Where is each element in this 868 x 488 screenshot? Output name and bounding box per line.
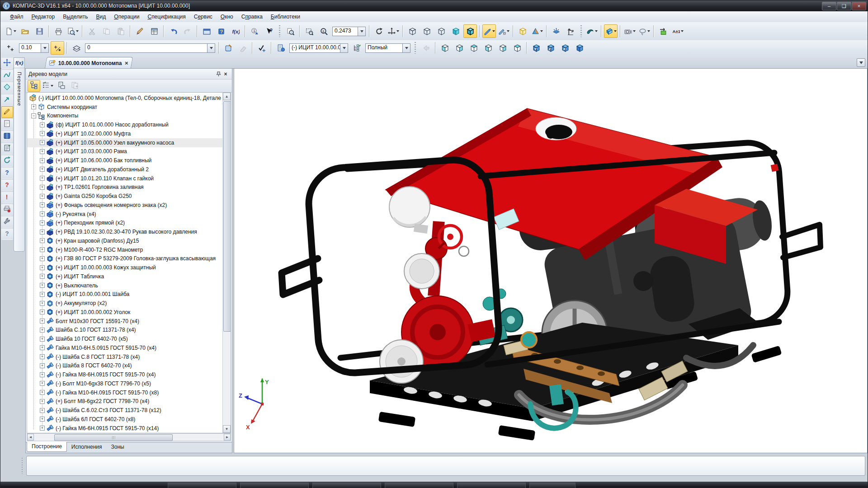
tree-row-2[interactable]: +Системы координат [27, 103, 223, 112]
tree-row-13[interactable]: +(+) Фонарь освещения номерного знака (x… [27, 201, 223, 210]
previous-view-button[interactable] [419, 41, 433, 55]
tree-row-29[interactable]: +Гайка М10-6Н.5.0915 ГОСТ 5915-70 (x4) [27, 343, 223, 352]
chevron-down-icon[interactable] [76, 30, 79, 32]
tree-row-14[interactable]: +(-) Рукоятка (x4) [27, 210, 223, 219]
tree-row-12[interactable]: +(+) Gainta G250 Коробка G250 [27, 192, 223, 201]
scroll-right-icon[interactable]: ► [224, 434, 231, 441]
zoom-fit-button[interactable] [283, 24, 297, 38]
tree-row-31[interactable]: +(-) Шайба 8 ГОСТ 6402-70 (x4) [27, 361, 223, 371]
tree-expander-icon[interactable]: + [40, 230, 45, 235]
tree-expander-icon[interactable]: + [40, 292, 45, 297]
tree-row-17[interactable]: +(+) Кран шаровой (Danfoss) Ду15 [27, 236, 223, 245]
chevron-down-icon[interactable] [647, 30, 650, 32]
tree-expander-icon[interactable]: + [40, 149, 45, 154]
taskbar-button[interactable] [168, 483, 236, 488]
compact-sheet[interactable] [1, 118, 13, 130]
print-button[interactable] [52, 24, 65, 38]
tree-reports-button[interactable] [68, 80, 81, 92]
tree-expander-icon[interactable]: + [40, 328, 45, 333]
tree-expander-icon[interactable]: + [31, 104, 36, 109]
compact-spatial-curves[interactable] [1, 70, 13, 81]
document-tab[interactable]: 10.00.00.000 Мотопомпа × [45, 57, 133, 69]
scroll-down-icon[interactable]: ▼ [223, 425, 231, 433]
layers-button[interactable] [70, 41, 83, 55]
tree-row-6[interactable]: +(+) ИЦИТ 10.05.00.000 Узел вакуумного н… [27, 138, 223, 147]
property-bar-grip[interactable] [22, 458, 24, 474]
tree-expander-icon[interactable]: + [40, 238, 45, 243]
properties-button[interactable] [147, 24, 161, 38]
tree-expander-icon[interactable]: + [40, 301, 45, 306]
tree-expander-icon[interactable]: + [40, 372, 45, 377]
menu-7[interactable]: Сервис [190, 12, 217, 21]
tree-expander-icon[interactable]: + [40, 131, 45, 136]
taskbar-button[interactable] [312, 483, 381, 488]
chevron-down-icon[interactable] [51, 85, 53, 87]
tree-row-27[interactable]: +Шайба С.10 ГОСТ 11371-78 (x4) [27, 326, 223, 335]
model-viewport[interactable]: Y Z X [234, 68, 868, 453]
toolbar-drag-handle[interactable] [278, 25, 282, 37]
sketch-button[interactable] [222, 41, 235, 55]
tree-row-22[interactable]: +(+) Выключатель [27, 281, 223, 290]
select-loop-button[interactable] [637, 24, 651, 38]
menu-5[interactable]: Операции [110, 12, 143, 21]
tree-expander-icon[interactable]: + [40, 345, 45, 350]
undo-button[interactable] [166, 24, 180, 38]
variables-fx-button[interactable]: f(x) [229, 24, 242, 38]
copy-button[interactable] [99, 24, 113, 38]
new-document-button[interactable] [4, 24, 17, 38]
chevron-down-icon[interactable] [595, 30, 598, 32]
tree-row-36[interactable]: +(-) Шайба С.6.02.Ст3 ГОСТ 11371-78 (x12… [27, 406, 223, 415]
isometry-zxy-button[interactable]: X [558, 41, 572, 55]
tree-expander-icon[interactable]: + [40, 310, 45, 314]
compact-edit-part[interactable] [1, 57, 13, 69]
tree-expander-icon[interactable]: + [40, 283, 45, 288]
tree-tab-1[interactable]: Построение [27, 442, 67, 452]
tree-row-3[interactable]: −Компоненты [27, 112, 223, 121]
menu-3[interactable]: Выделить [59, 12, 92, 21]
compact-help-red[interactable]: ? [1, 179, 13, 191]
tree-row-37[interactable]: +(-) Шайба 6Л ГОСТ 6402-70 (x8) [27, 415, 223, 424]
tree-expander-icon[interactable]: + [40, 185, 45, 190]
tree-row-19[interactable]: +(+) ГЗВ 80 ГОСТ Р 53279-2009 Головка-за… [27, 254, 223, 263]
chevron-down-icon[interactable] [540, 30, 543, 32]
tree-expander-icon[interactable]: + [40, 354, 45, 359]
tree-row-35[interactable]: +(+) Болт М8-6gх22 ГОСТ 7798-70 (x4) [27, 397, 223, 406]
tree-vertical-scrollbar[interactable]: ▲ ▼ [222, 93, 231, 433]
ghost-display-button[interactable] [516, 24, 529, 38]
tree-row-9[interactable]: +(+) ИЦИТ Двигатель доработанный 2 [27, 165, 223, 174]
orientation-button[interactable] [530, 24, 544, 38]
save-button[interactable] [33, 24, 46, 38]
tree-row-8[interactable]: +(+) ИЦИТ 10.06.00.000 Бак топливный [27, 156, 223, 165]
tree-row-10[interactable]: +(+) ИЦИТ 10.01.20.110 Клапан с гайкой [27, 174, 223, 183]
tree-row-32[interactable]: +(-) Гайка М8-6Н.0915 ГОСТ 5915-70 (x4) [27, 370, 223, 379]
display-shaded-wireframe-button[interactable] [463, 24, 477, 38]
tree-row-23[interactable]: +(-) ИЦИТ 10.00.00.001 Шайба [27, 290, 223, 299]
tree-expander-icon[interactable]: + [40, 211, 45, 216]
view-back-button[interactable] [453, 41, 466, 55]
scrollbar-thumb[interactable] [54, 434, 173, 441]
display-variant-button[interactable] [350, 41, 363, 55]
pan-view-button[interactable] [387, 24, 400, 38]
close-icon[interactable]: × [222, 70, 229, 78]
tree-row-38[interactable]: +(-) Гайка М6-6Н.0915 ГОСТ 5915-70 (x14) [27, 424, 223, 433]
dimetry-button[interactable] [573, 41, 586, 55]
tree-tab-2[interactable]: Исполнения [67, 442, 107, 452]
menu-4[interactable]: Вид [92, 12, 110, 21]
tree-expander-icon[interactable]: + [40, 426, 45, 431]
tree-expander-icon[interactable]: + [40, 221, 45, 225]
chevron-down-icon[interactable] [358, 27, 365, 36]
current-layer-combo[interactable]: 0 [85, 43, 215, 53]
detail-level-combo[interactable]: Полный [365, 43, 410, 53]
tree-expander-icon[interactable]: + [40, 194, 45, 199]
chevron-down-icon[interactable] [340, 44, 348, 52]
tree-row-30[interactable]: +(-) Шайба С.8 ГОСТ 11371-78 (x4) [27, 352, 223, 361]
tree-row-1[interactable]: (-) ИЦИТ 10.00.00.000 Мотопомпа (Тел-0, … [27, 94, 223, 103]
compact-rebuild[interactable] [1, 155, 13, 167]
rotate-view-button[interactable] [372, 24, 386, 38]
tree-row-5[interactable]: +(+) ИЦИТ 10.02.00.000 Муфта [27, 129, 223, 138]
model-section-button[interactable] [585, 24, 599, 38]
current-component-button[interactable] [274, 41, 288, 55]
tree-expander-icon[interactable]: + [40, 140, 45, 145]
saved-views-button[interactable] [623, 24, 637, 38]
taskbar-button[interactable] [457, 483, 526, 488]
